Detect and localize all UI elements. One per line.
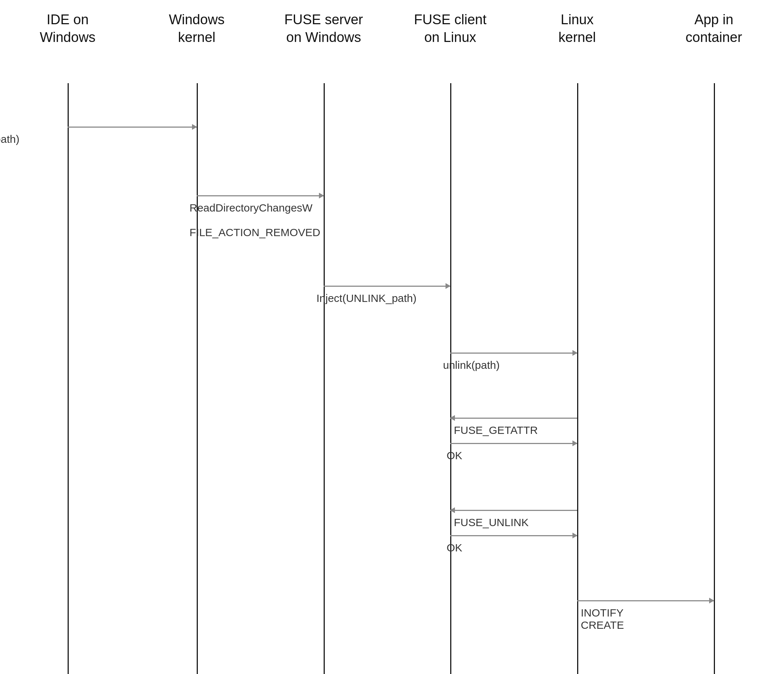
lifeline-app (714, 83, 715, 674)
arrow-label-arrow-inject: Inject(UNLINK_path) (316, 292, 417, 305)
arrow-label-arrow-inotify: INOTIFY CREATE (581, 607, 624, 631)
arrow-rdcw (197, 195, 324, 196)
arrow-fuse-unlink-ok (450, 535, 577, 536)
arrow-unlink (68, 126, 197, 128)
arrow-inotify (577, 600, 714, 601)
sequence-diagram: IDE on WindowsWindows kernelFUSE server … (0, 0, 784, 674)
col-header-fuse-client: FUSE client on Linux (392, 11, 508, 47)
arrow-label-arrow-fuse-unlink-left: FUSE_UNLINK (454, 516, 529, 529)
lifeline-ide (68, 83, 69, 674)
col-header-linux-kernel: Linux kernel (519, 11, 635, 47)
col-header-app: App in container (656, 11, 772, 47)
arrow-label-arrow-fuse-getattr-right: OK (446, 450, 462, 462)
lifeline-win-kernel (197, 83, 198, 674)
arrow-unlink2 (450, 353, 577, 353)
arrow-label-arrow-unlink: unlink(path) (0, 133, 20, 145)
arrow-label-arrow-fuse-getattr-left: FUSE_GETATTR (454, 424, 538, 436)
lifeline-fuse-client (450, 83, 451, 674)
arrow-inject (324, 286, 450, 287)
arrow-label-arrow-unlink2: unlink(path) (443, 359, 500, 371)
lifeline-fuse-server (324, 83, 325, 674)
arrow-label-arrow-fuse-unlink-ok: OK (446, 542, 462, 554)
lifeline-linux-kernel (577, 83, 578, 674)
arrow-fuse-getattr-right (450, 443, 577, 444)
arrow-label-arrow-file-action: FILE_ACTION_REMOVED (190, 226, 320, 239)
col-header-win-kernel: Windows kernel (139, 11, 255, 47)
arrow-fuse-unlink-left (450, 510, 577, 511)
col-header-fuse-server: FUSE server on Windows (266, 11, 381, 47)
col-header-ide: IDE on Windows (10, 11, 126, 47)
arrow-label-arrow-rdcw: ReadDirectoryChangesW (190, 202, 313, 214)
arrow-fuse-getattr-left (450, 418, 577, 419)
